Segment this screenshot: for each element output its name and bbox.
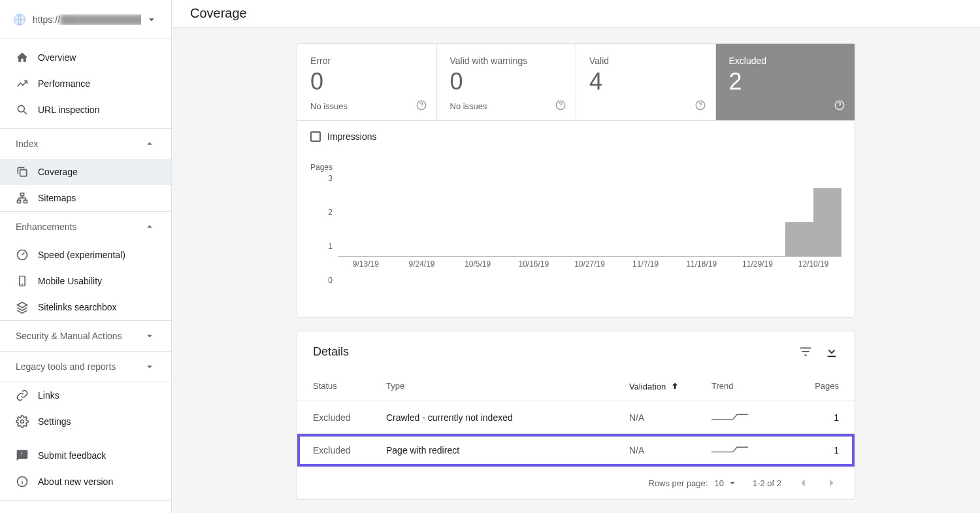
impressions-label: Impressions (327, 131, 376, 142)
sidebar-item-label: Performance (38, 78, 90, 89)
tab-error[interactable]: Error 0 No issues (297, 44, 437, 120)
sidebar-item-performance[interactable]: Performance (0, 71, 171, 97)
sidebar-section-enhancements[interactable]: Enhancements (0, 212, 171, 242)
svg-rect-3 (21, 193, 24, 196)
sidebar-section-security[interactable]: Security & Manual Actions (0, 321, 171, 351)
trend-icon (16, 77, 29, 90)
svg-rect-2 (20, 170, 27, 176)
chart-y-axis: Pages 3 2 1 0 (310, 150, 333, 310)
sidebar-item-overview[interactable]: Overview (0, 44, 171, 71)
sitemap-icon (16, 191, 29, 205)
chevron-down-icon (144, 330, 155, 342)
trend-sparkline (711, 412, 748, 421)
globe-icon (13, 13, 26, 26)
layers-icon (16, 301, 29, 314)
arrow-up-icon (670, 381, 680, 391)
help-icon[interactable] (416, 99, 427, 111)
chevron-up-icon (144, 138, 155, 150)
prev-page-button[interactable] (796, 476, 810, 490)
rows-per-page-select[interactable]: 10 (714, 477, 738, 489)
sidebar-item-label: Sitelinks searchbox (38, 302, 117, 312)
sidebar-item-label: Submit feedback (38, 450, 106, 461)
details-panel: Details Status Type Validation Trend Pag… (297, 331, 855, 500)
details-pagination: Rows per page: 10 1-2 of 2 (297, 467, 855, 499)
sidebar-item-label: Speed (experimental) (38, 250, 125, 260)
sidebar-item-feedback[interactable]: Submit feedback (0, 442, 171, 469)
tab-excluded[interactable]: Excluded 2 (716, 44, 855, 120)
sidebar-item-label: Coverage (38, 167, 78, 177)
column-validation-sort[interactable]: Validation (629, 381, 711, 391)
info-icon (16, 475, 29, 488)
coverage-tabs: Error 0 No issues Valid with warnings 0 … (297, 44, 855, 121)
sidebar-item-sitelinks-searchbox[interactable]: Sitelinks searchbox (0, 294, 171, 320)
svg-point-9 (21, 420, 24, 423)
download-icon[interactable] (825, 344, 839, 359)
sidebar-section-index[interactable]: Index (0, 129, 171, 159)
sidebar-item-label: Sitemaps (38, 193, 76, 203)
mobile-icon (16, 274, 29, 288)
tab-valid[interactable]: Valid 4 (576, 44, 716, 120)
home-icon (16, 51, 29, 64)
next-page-button[interactable] (825, 476, 839, 490)
sidebar-item-label: About new version (38, 476, 113, 487)
sidebar-item-sitemaps[interactable]: Sitemaps (0, 185, 171, 211)
svg-point-1 (18, 105, 24, 112)
sidebar-section-legacy[interactable]: Legacy tools and reports (0, 352, 171, 382)
pagination-range: 1-2 of 2 (753, 478, 781, 488)
dropdown-icon (145, 13, 158, 26)
trend-sparkline (711, 444, 748, 454)
gear-icon (16, 415, 29, 428)
table-row[interactable]: ExcludedPage with redirectN/A1 (297, 434, 855, 467)
property-selector[interactable]: https://██████████████… (0, 0, 171, 39)
search-icon (16, 103, 29, 116)
page-header: Coverage (172, 0, 980, 27)
tab-valid-warnings[interactable]: Valid with warnings 0 No issues (437, 44, 577, 120)
filter-icon[interactable] (798, 344, 813, 359)
sidebar-item-label: URL inspection (38, 105, 99, 115)
table-row[interactable]: ExcludedCrawled - currently not indexedN… (297, 401, 855, 434)
dropdown-icon (727, 477, 738, 489)
help-icon[interactable] (834, 99, 845, 111)
sidebar-item-about[interactable]: About new version (0, 469, 171, 495)
sidebar-item-label: Settings (38, 416, 71, 427)
details-title: Details (313, 345, 349, 359)
chevron-up-icon (144, 221, 155, 233)
main-content: Coverage Error 0 No issues Valid with wa… (172, 0, 980, 513)
copy-icon (16, 165, 29, 178)
sidebar-item-label: Mobile Usability (38, 276, 102, 286)
sidebar: https://██████████████… Overview Perform… (0, 0, 172, 513)
sidebar-item-links[interactable]: Links (0, 382, 171, 408)
page-title: Coverage (190, 6, 247, 21)
coverage-summary-panel: Error 0 No issues Valid with warnings 0 … (297, 43, 855, 318)
sidebar-item-url-inspection[interactable]: URL inspection (0, 97, 171, 123)
svg-rect-5 (24, 200, 27, 203)
sidebar-item-label: Links (38, 390, 59, 401)
speed-icon (16, 248, 29, 261)
chart-x-axis: 9/13/199/24/1910/5/1910/16/1910/27/1911/… (338, 259, 841, 269)
svg-rect-4 (18, 200, 21, 203)
help-icon[interactable] (555, 99, 566, 111)
details-table-header: Status Type Validation Trend Pages (297, 372, 855, 401)
sidebar-item-coverage[interactable]: Coverage (0, 159, 171, 185)
sidebar-item-settings[interactable]: Settings (0, 408, 171, 435)
coverage-chart: Pages 3 2 1 0 9/13/199/24/1910/5/1910/16… (310, 150, 841, 310)
site-url: https://██████████████… (33, 14, 141, 25)
impressions-checkbox[interactable] (310, 131, 321, 142)
help-icon[interactable] (694, 99, 706, 111)
link-icon (16, 389, 29, 402)
sidebar-item-mobile-usability[interactable]: Mobile Usability (0, 268, 171, 294)
chevron-down-icon (144, 361, 155, 372)
svg-point-8 (22, 284, 23, 285)
feedback-icon (16, 449, 29, 462)
sidebar-item-label: Overview (38, 52, 76, 63)
sidebar-item-speed[interactable]: Speed (experimental) (0, 242, 171, 268)
